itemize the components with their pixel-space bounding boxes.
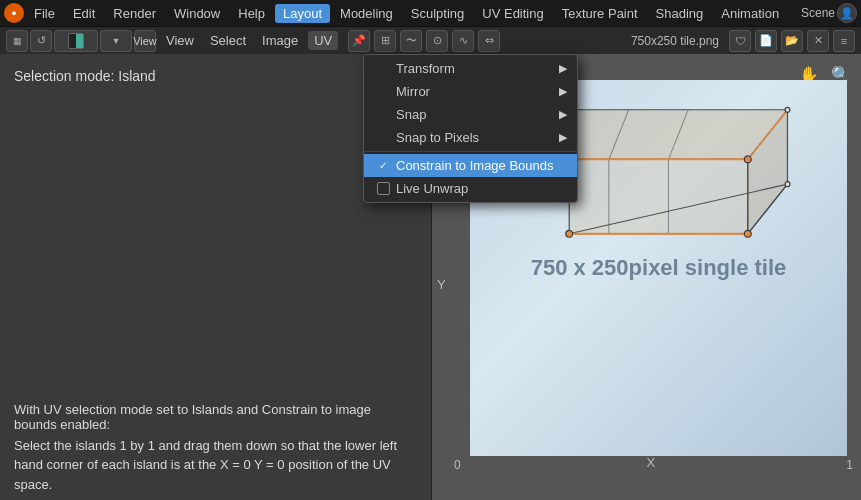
prop-icon[interactable]: ∿ xyxy=(452,30,474,52)
pin-icon[interactable]: 📌 xyxy=(348,30,370,52)
axis-num-right: 1 xyxy=(846,458,853,472)
dropdown-label-snap-pixels: Snap to Pixels xyxy=(396,130,479,145)
menu-item-texture-paint[interactable]: Texture Paint xyxy=(554,4,646,23)
svg-marker-1 xyxy=(569,159,748,233)
bottom-text-line2: Select the islands 1 by 1 and drag them … xyxy=(14,436,417,495)
dropdown-label-transform: Transform xyxy=(396,61,455,76)
dropdown-item-constrain[interactable]: ✓ Constrain to Image Bounds xyxy=(364,154,577,177)
filename-label: 750x250 tile.png xyxy=(631,34,719,48)
menu-item-sculpting[interactable]: Sculpting xyxy=(403,4,472,23)
check-area-live-unwrap xyxy=(374,182,392,195)
menu-item-file[interactable]: File xyxy=(26,4,63,23)
arrow-snap-pixels: ▶ xyxy=(559,131,567,144)
color-bar xyxy=(68,33,84,49)
svg-point-13 xyxy=(744,156,751,163)
menu-item-uv-editing[interactable]: UV Editing xyxy=(474,4,551,23)
grid-icon[interactable] xyxy=(54,30,98,52)
menu-item-layout[interactable]: Layout xyxy=(275,4,330,23)
dropdown-label-live-unwrap: Live Unwrap xyxy=(396,181,468,196)
new-icon[interactable]: 📄 xyxy=(755,30,777,52)
grid-snap-icon[interactable]: ⊞ xyxy=(374,30,396,52)
menu-item-edit[interactable]: Edit xyxy=(65,4,103,23)
scene-label: Scene xyxy=(801,6,835,20)
dropdown-item-transform[interactable]: Transform ▶ xyxy=(364,57,577,80)
main-content: Selection mode: Island Transform ▶ Mirro… xyxy=(0,54,861,500)
menu-item-help[interactable]: Help xyxy=(230,4,273,23)
dropdown-divider xyxy=(364,151,577,152)
uv-dropdown-menu: Transform ▶ Mirror ▶ Snap ▶ Snap to Pixe… xyxy=(363,54,578,203)
checkbox-checked-constrain: ✓ xyxy=(377,159,390,172)
arrow-mirror: ▶ xyxy=(559,85,567,98)
view-button[interactable]: View xyxy=(160,31,200,50)
image-button[interactable]: Image xyxy=(256,31,304,50)
arrow-transform: ▶ xyxy=(559,62,567,75)
menu-item-animation[interactable]: Animation xyxy=(713,4,787,23)
svg-point-18 xyxy=(785,182,790,187)
left-area: Selection mode: Island Transform ▶ Mirro… xyxy=(0,54,431,500)
svg-point-14 xyxy=(566,230,573,237)
menu-item-modeling[interactable]: Modeling xyxy=(332,4,401,23)
tool-icons: ▦ ↺ ▼ View xyxy=(6,30,156,52)
mesh-icon[interactable]: ▦ xyxy=(6,30,28,52)
stretch-icon[interactable]: ⇔ xyxy=(478,30,500,52)
dropdown-item-snap[interactable]: Snap ▶ xyxy=(364,103,577,126)
checkbox-empty-live-unwrap xyxy=(377,182,390,195)
rotate-icon[interactable]: ↺ xyxy=(30,30,52,52)
top-menubar: ● File Edit Render Window Help Layout Mo… xyxy=(0,0,861,26)
dropdown-label-snap: Snap xyxy=(396,107,426,122)
dropdown-label-constrain: Constrain to Image Bounds xyxy=(396,158,554,173)
editor-header: ▦ ↺ ▼ View View Select Image UV 📌 ⊞ 〜 ⊙ … xyxy=(0,26,861,54)
view-mode-label[interactable]: View xyxy=(134,30,156,52)
check-area-constrain: ✓ xyxy=(374,159,392,172)
user-icon[interactable]: 👤 xyxy=(837,3,857,23)
menu-item-render[interactable]: Render xyxy=(105,4,164,23)
wave-icon[interactable]: 〜 xyxy=(400,30,422,52)
dropdown-item-live-unwrap[interactable]: Live Unwrap xyxy=(364,177,577,200)
select-button[interactable]: Select xyxy=(204,31,252,50)
blender-icon[interactable]: ● xyxy=(4,3,24,23)
close-icon[interactable]: ✕ xyxy=(807,30,829,52)
uv-menu-button[interactable]: UV xyxy=(308,31,338,50)
svg-point-17 xyxy=(785,107,790,112)
bottom-text-area: With UV selection mode set to Islands an… xyxy=(0,394,431,501)
axis-label-y: Y xyxy=(437,277,446,292)
svg-point-15 xyxy=(744,230,751,237)
axis-label-x: X xyxy=(647,455,656,470)
dropdown-item-mirror[interactable]: Mirror ▶ xyxy=(364,80,577,103)
open-icon[interactable]: 📂 xyxy=(781,30,803,52)
dropdown-label-mirror: Mirror xyxy=(396,84,430,99)
sync-icon[interactable]: ⊙ xyxy=(426,30,448,52)
bottom-text-line1: With UV selection mode set to Islands an… xyxy=(14,402,417,432)
arrow-snap: ▶ xyxy=(559,108,567,121)
selection-mode-label: Selection mode: Island xyxy=(14,68,156,84)
dropdown-item-snap-pixels[interactable]: Snap to Pixels ▶ xyxy=(364,126,577,149)
menu-item-shading[interactable]: Shading xyxy=(648,4,712,23)
pin2-icon[interactable]: 🛡 xyxy=(729,30,751,52)
axis-num-zero: 0 xyxy=(454,458,461,472)
more-icon[interactable]: ≡ xyxy=(833,30,855,52)
menu-item-window[interactable]: Window xyxy=(166,4,228,23)
mode-icon[interactable]: ▼ xyxy=(100,30,132,52)
